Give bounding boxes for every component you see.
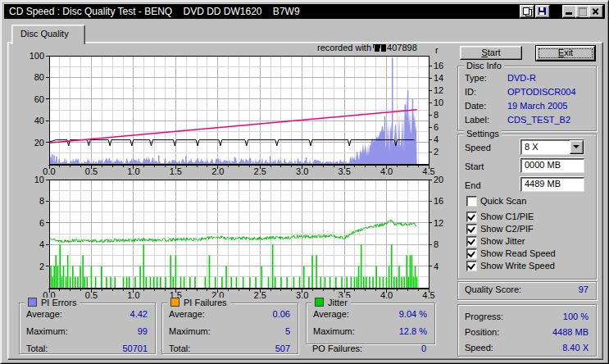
pi-errors-title: PI Errors <box>41 298 76 307</box>
disc-info-title: Disc Info <box>464 61 504 71</box>
progress-value: 100 % <box>563 312 589 321</box>
pif-legend-swatch <box>170 298 180 307</box>
recorded-with-note: recorded with 407898 <box>317 43 417 53</box>
combo-dropdown-button[interactable] <box>570 140 584 154</box>
stat-label: Total: <box>26 344 48 353</box>
exit-button-label: Exit <box>536 48 595 57</box>
stat-value: 50701 <box>122 344 148 353</box>
stat-label: Average: <box>169 309 205 319</box>
pie-legend-swatch <box>28 298 37 307</box>
svg-text:0.5: 0.5 <box>85 290 98 300</box>
group-disc-info: Disc Info Type: DVD-R ID: OPTODISCR004 D… <box>457 66 597 131</box>
svg-text:4.5: 4.5 <box>422 290 434 300</box>
stat-value: 12.8 % <box>399 326 427 336</box>
svg-text:8: 8 <box>434 239 439 249</box>
disc-info-value: DVD-R <box>507 73 536 83</box>
save-icon <box>539 7 546 15</box>
svg-text:40: 40 <box>34 116 44 125</box>
svg-text:3.0: 3.0 <box>296 290 308 300</box>
svg-text:16: 16 <box>434 61 443 71</box>
checkbox-label: Show C2/PIF <box>480 224 534 234</box>
disc-info-label: ID: <box>465 87 476 97</box>
speed-value: 8 X <box>525 142 539 152</box>
recorded-with-text: recorded with <box>317 43 371 52</box>
tab-disc-quality[interactable]: Disc Quality <box>11 25 85 44</box>
checkbox-box[interactable] <box>466 261 477 271</box>
titlebar: CD Speed : Disc Quality Test - BENQ DVD … <box>4 4 605 19</box>
pi-errors-legend: PI Errors <box>25 298 80 307</box>
svg-text:14: 14 <box>434 73 443 83</box>
checkbox-box[interactable] <box>466 248 477 259</box>
progress-panel: Progress: 100 % Position: 4488 MB Speed:… <box>457 304 597 357</box>
jitter-legend: Jitter <box>311 298 351 307</box>
svg-text:6: 6 <box>434 122 439 132</box>
progress-label: Progress: <box>465 312 503 321</box>
svg-text:10: 10 <box>434 98 443 107</box>
app-window: CD Speed : Disc Quality Test - BENQ DVD … <box>0 0 609 364</box>
speed-label: Speed <box>465 143 491 152</box>
copy-icon <box>525 9 532 16</box>
disc-info-value: CDS_TEST_B2 <box>507 115 570 125</box>
checkbox-label: Show Write Speed <box>480 261 555 271</box>
corner-glyph: r <box>435 45 439 55</box>
speed-combobox[interactable]: 8 X <box>520 139 584 155</box>
start-button-label: Start <box>481 48 500 57</box>
svg-text:4: 4 <box>434 262 439 271</box>
start-label: Start <box>465 162 484 171</box>
stat-label: Average: <box>26 309 62 319</box>
group-pi-failures: PI Failures Average: 0.06 Maximum: 5 Tot… <box>161 303 298 354</box>
stat-label: Maximum: <box>313 326 355 336</box>
disc-info-label: Date: <box>465 101 486 111</box>
checkbox-label: Quick Scan <box>480 196 526 206</box>
stat-value: 0.06 <box>273 309 290 319</box>
svg-text:12: 12 <box>434 85 443 95</box>
quality-score-value: 97 <box>579 284 589 294</box>
svg-text:100: 100 <box>30 51 44 61</box>
start-field[interactable]: 0000 MB <box>520 158 584 173</box>
close-button[interactable] <box>589 5 603 18</box>
svg-text:12: 12 <box>434 218 443 228</box>
quality-score-label: Quality Score: <box>465 284 521 294</box>
svg-text:2: 2 <box>39 262 44 271</box>
stat-label: Maximum: <box>169 326 211 336</box>
stat-value: 4.42 <box>130 309 148 319</box>
svg-text:2: 2 <box>434 147 439 157</box>
save-button[interactable] <box>535 5 550 18</box>
svg-text:16: 16 <box>434 196 443 206</box>
svg-text:80: 80 <box>34 72 44 82</box>
disc-info-value: OPTODISCR004 <box>507 87 576 97</box>
stat-label: Maximum: <box>26 326 68 336</box>
pie-chart: 0.00.51.01.52.02.53.03.54.04.52040608010… <box>20 45 443 189</box>
checkbox-box[interactable] <box>466 212 477 222</box>
start-field-value: 0000 MB <box>525 160 561 170</box>
po-failures-row: PO Failures: 0 <box>306 344 434 355</box>
end-field[interactable]: 4489 MB <box>520 177 584 192</box>
group-jitter: Jitter Average: 9.04 % Maximum: 12.8 % <box>306 303 435 344</box>
settings-title: Settings <box>464 129 502 139</box>
speed-readout-value: 8.40 X <box>562 343 589 353</box>
svg-text:20: 20 <box>434 175 443 184</box>
svg-text:8: 8 <box>434 110 439 120</box>
maximize-icon <box>579 7 587 16</box>
position-label: Position: <box>465 327 499 337</box>
checkbox-box[interactable] <box>466 196 477 207</box>
end-field-value: 4489 MB <box>525 179 561 189</box>
speed-readout-label: Speed: <box>465 343 493 353</box>
jitter-legend-swatch <box>315 298 324 307</box>
svg-text:6: 6 <box>39 218 44 228</box>
svg-text:8: 8 <box>39 196 44 206</box>
exit-button[interactable]: Exit <box>535 45 596 61</box>
position-value: 4488 MB <box>552 327 589 337</box>
po-failures-label: PO Failures: <box>312 344 362 353</box>
tab-label: Disc Quality <box>20 29 69 39</box>
checkbox-box[interactable] <box>466 236 477 247</box>
svg-text:20: 20 <box>34 138 44 148</box>
window-title: CD Speed : Disc Quality Test - BENQ DVD … <box>9 4 300 19</box>
checkbox-label: Show C1/PIE <box>480 212 534 221</box>
start-button[interactable]: Start <box>460 46 522 60</box>
checkbox-box[interactable] <box>466 224 477 234</box>
copy-button[interactable] <box>520 5 534 18</box>
group-settings: Settings Speed 8 X Start 0000 MB End 448… <box>457 134 597 280</box>
checkbox-label: Show Jitter <box>480 236 525 246</box>
svg-text:4: 4 <box>434 134 439 144</box>
